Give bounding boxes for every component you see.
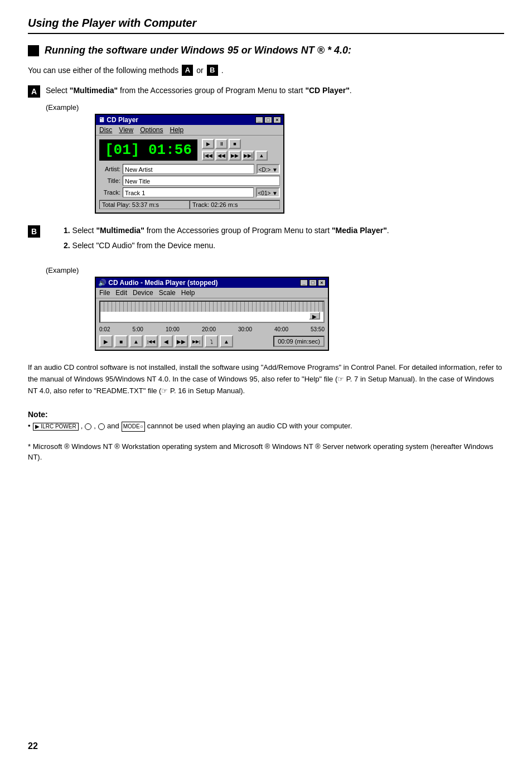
cd-player-menubar: Disc View Options Help xyxy=(96,125,283,136)
cd-player-title: 🖥 CD Player xyxy=(98,116,138,124)
fast-forward-button[interactable]: ▶▶ xyxy=(229,151,241,161)
total-play-display: Total Play: 53:37 m:s xyxy=(99,200,190,209)
section-heading: Running the software under Windows 95 or… xyxy=(28,44,504,57)
cd-player-titlebar: 🖥 CD Player _ □ × xyxy=(96,115,283,125)
cd-controls-right: ▶ ⏸ ■ |◀◀ ◀◀ ▶▶ ▶▶| ▲ xyxy=(202,139,268,161)
menu-help[interactable]: Help xyxy=(170,126,184,134)
cd-footer: Total Play: 53:37 m:s Track: 02:26 m:s xyxy=(99,200,280,209)
menu-options[interactable]: Options xyxy=(140,126,163,134)
eject-button[interactable]: ▲ xyxy=(255,151,268,161)
method-b-steps: 1. Select "Multimedia" from the Accessor… xyxy=(64,225,389,255)
title-label: Title: xyxy=(99,177,120,184)
prev-track-button[interactable]: |◀◀ xyxy=(202,151,214,161)
next-track-button[interactable]: ▶▶| xyxy=(242,151,254,161)
mode-icon: MODE○ xyxy=(122,422,145,432)
step-1: 1. Select "Multimedia" from the Accessor… xyxy=(64,225,389,236)
media-menu-scale[interactable]: Scale xyxy=(159,289,176,297)
badge-b: B xyxy=(207,65,218,76)
cd-controls-bottom-row: |◀◀ ◀◀ ▶▶ ▶▶| ▲ xyxy=(202,151,268,161)
media-menu-device[interactable]: Device xyxy=(133,289,153,297)
circle-icon-2 xyxy=(98,423,105,430)
media-forward-button[interactable]: ▶▶ xyxy=(175,335,188,347)
media-menu-help[interactable]: Help xyxy=(181,289,195,297)
method-a-badge: A xyxy=(28,85,40,98)
section-heading-icon xyxy=(28,45,39,56)
cd-title-row: Title: New Title xyxy=(99,176,280,186)
circle-icon-1 xyxy=(85,423,91,430)
cd-player-window: 🖥 CD Player _ □ × Disc View Options Help… xyxy=(95,114,284,214)
badge-a: A xyxy=(182,65,193,76)
title-field: New Title xyxy=(123,176,280,186)
note-section: Note: • ▶ ILRC POWER , , and MODE○ cannn… xyxy=(28,408,504,432)
play-button[interactable]: ▶ xyxy=(202,139,214,149)
media-prev-button[interactable]: |◀◀ xyxy=(144,335,158,347)
example-a-label: (Example) xyxy=(46,103,504,112)
media-menu-file[interactable]: File xyxy=(99,289,110,297)
step-2: 2. Select "CD Audio" from the Device men… xyxy=(64,240,389,252)
intro-text: You can use either of the following meth… xyxy=(28,65,504,76)
cd-player-body: [01] 01:56 ▶ ⏸ ■ |◀◀ ◀◀ ▶▶ ▶▶| ▲ Artist:… xyxy=(96,136,283,212)
media-track-area: ▶ xyxy=(99,301,325,323)
section-heading-text: Running the software under Windows 95 or… xyxy=(45,44,351,57)
menu-view[interactable]: View xyxy=(119,126,133,134)
note-bullet-row: • ▶ ILRC POWER , , and MODE○ cannnot be … xyxy=(28,421,504,432)
media-close-button[interactable]: × xyxy=(318,279,326,286)
page-title: Using the Player with Computer xyxy=(28,17,504,34)
track-selector[interactable]: <01> ▼ xyxy=(256,187,280,197)
cd-track-row: Track: Track 1 <01> ▼ xyxy=(99,187,280,197)
menu-disc[interactable]: Disc xyxy=(99,126,112,134)
media-time-display: 00:09 (min:sec) xyxy=(273,336,325,347)
bullet-note-text: If an audio CD control software is not i… xyxy=(28,362,504,397)
cd-artist-row: Artist: New Artist <D:> ▼ xyxy=(99,164,280,174)
track-field: Track 1 xyxy=(123,187,254,197)
media-minimize-button[interactable]: _ xyxy=(300,279,308,286)
bullet-note: If an audio CD control software is not i… xyxy=(28,362,504,397)
media-menu-edit[interactable]: Edit xyxy=(115,289,127,297)
media-eject-button[interactable]: ▲ xyxy=(129,335,143,347)
media-player-title: 🔊 CD Audio - Media Player (stopped) xyxy=(98,279,218,287)
media-player-titlebar: 🔊 CD Audio - Media Player (stopped) _ □ … xyxy=(96,278,328,288)
cd-display-row: [01] 01:56 ▶ ⏸ ■ |◀◀ ◀◀ ▶▶ ▶▶| ▲ xyxy=(99,139,280,161)
method-a-block: A Select "Multimedia" from the Accessori… xyxy=(28,85,504,98)
media-stop-button[interactable]: ■ xyxy=(114,335,128,347)
media-maximize-button[interactable]: □ xyxy=(309,279,317,286)
media-player-window-buttons: _ □ × xyxy=(300,279,326,286)
media-controls-row: ▶ ■ ▲ |◀◀ ◀ ▶▶ ▶▶| ⤵ ▲ 00:09 (min:sec) xyxy=(96,334,328,350)
method-a-text: Select "Multimedia" from the Accessories… xyxy=(46,85,352,96)
media-next-button[interactable]: ▶▶| xyxy=(190,335,203,347)
minimize-button[interactable]: _ xyxy=(255,117,263,123)
track-label: Track: xyxy=(99,189,120,196)
artist-field: New Artist xyxy=(123,164,254,174)
stop-button[interactable]: ■ xyxy=(229,139,241,149)
media-player-menubar: File Edit Device Scale Help xyxy=(96,288,328,298)
media-player-window: 🔊 CD Audio - Media Player (stopped) _ □ … xyxy=(95,277,329,351)
method-b-block: B 1. Select "Multimedia" from the Access… xyxy=(28,225,504,260)
media-up-button[interactable]: ▲ xyxy=(220,335,233,347)
close-button[interactable]: × xyxy=(273,117,281,123)
disc-selector[interactable]: <D:> ▼ xyxy=(257,164,280,174)
method-b-badge: B xyxy=(28,225,40,238)
maximize-button[interactable]: □ xyxy=(264,117,272,123)
media-rewind-button[interactable]: ◀ xyxy=(159,335,173,347)
footer-note: * Microsoft ® Windows NT ® Workstation o… xyxy=(28,441,504,463)
example-b-label: (Example) xyxy=(46,266,504,274)
artist-label: Artist: xyxy=(99,166,120,172)
remote-power-icon: ▶ ILRC POWER xyxy=(33,423,79,431)
page-number: 22 xyxy=(28,741,38,751)
cd-player-window-buttons: _ □ × xyxy=(255,117,281,123)
note-title: Note: xyxy=(28,408,504,421)
cd-time-display: [01] 01:56 xyxy=(99,139,197,161)
media-back-button[interactable]: ⤵ xyxy=(205,335,218,347)
media-scale: 0:02 5:00 10:00 20:00 30:00 40:00 53:50 xyxy=(96,325,328,334)
media-play-button[interactable]: ▶ xyxy=(99,335,113,347)
cd-controls-top-row: ▶ ⏸ ■ xyxy=(202,139,268,149)
track-time-display: Track: 02:26 m:s xyxy=(190,200,280,209)
rewind-button[interactable]: ◀◀ xyxy=(215,151,228,161)
pause-button[interactable]: ⏸ xyxy=(215,139,228,149)
